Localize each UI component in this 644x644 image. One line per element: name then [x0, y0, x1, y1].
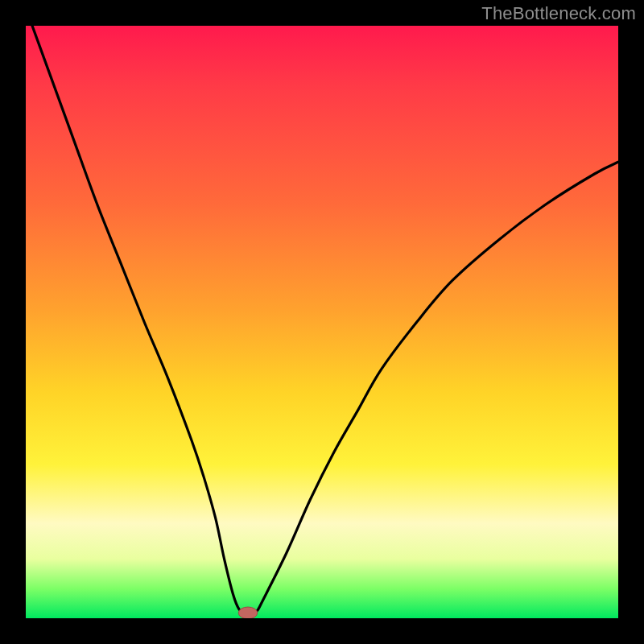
watermark-text: TheBottleneck.com: [481, 3, 636, 24]
optimum-marker: [238, 607, 258, 618]
chart-frame: TheBottleneck.com: [0, 0, 644, 644]
plot-area: [26, 26, 618, 618]
bottleneck-chart: [26, 26, 618, 618]
bottleneck-curve: [26, 26, 618, 614]
